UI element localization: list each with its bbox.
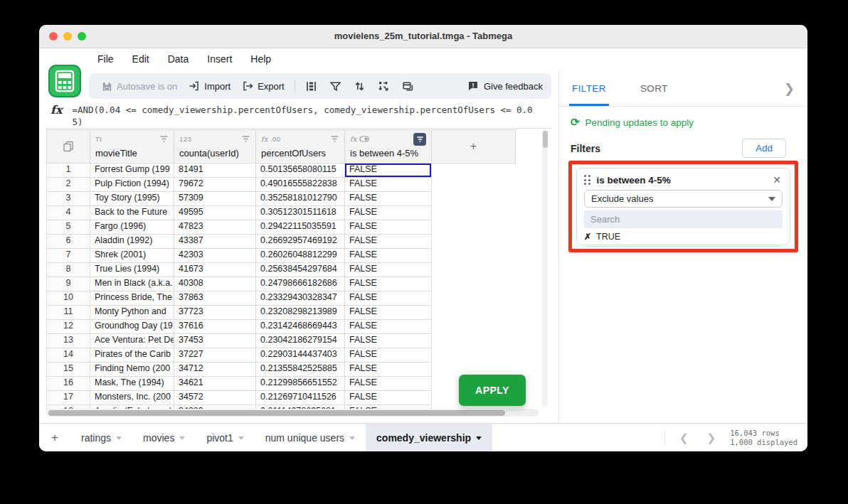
cell-flag[interactable]: FALSE: [345, 363, 432, 377]
cell-percent[interactable]: 0.26026048812299: [256, 249, 345, 263]
row-number[interactable]: 15: [46, 363, 90, 377]
cell-count[interactable]: 47823: [174, 220, 256, 235]
cell-count[interactable]: 81491: [174, 163, 256, 178]
column-filter-icon[interactable]: [241, 135, 250, 143]
prev-page-chevron-icon[interactable]: ❮: [675, 431, 693, 444]
add-filter-button[interactable]: Add: [742, 139, 786, 158]
cell-movieTitle[interactable]: Pulp Fiction (1994): [90, 178, 174, 192]
cell-percent[interactable]: 0.26692957469192: [256, 235, 345, 249]
import-button[interactable]: Import: [184, 77, 235, 95]
cell-count[interactable]: 34572: [174, 391, 256, 405]
row-number[interactable]: 4: [46, 206, 90, 220]
cell-count[interactable]: 34621: [174, 377, 256, 391]
cell-percent[interactable]: 0.29422115035591: [256, 220, 345, 235]
row-number[interactable]: 7: [46, 249, 90, 263]
cell-count[interactable]: 37616: [174, 320, 256, 334]
row-number[interactable]: 11: [46, 306, 90, 320]
sheet-tab-movies[interactable]: movies: [132, 424, 196, 451]
column-header-movieTitle[interactable]: Tt movieTitle: [90, 129, 174, 163]
cell-movieTitle[interactable]: Princess Bride, The: [90, 291, 174, 306]
column-filter-icon[interactable]: [159, 135, 169, 143]
cell-movieTitle[interactable]: Forrest Gump (199: [90, 163, 174, 178]
filter-mode-select[interactable]: Exclude values: [584, 190, 783, 208]
horizontal-scrollbar[interactable]: [46, 409, 539, 417]
cell-count[interactable]: 42303: [174, 249, 256, 263]
cell-flag[interactable]: FALSE: [345, 348, 432, 363]
cell-flag[interactable]: FALSE: [345, 192, 432, 206]
cell-movieTitle[interactable]: Fargo (1996): [90, 220, 174, 235]
cell-flag[interactable]: FALSE: [345, 178, 432, 192]
cell-movieTitle[interactable]: Mask, The (1994): [90, 377, 174, 391]
cell-movieTitle[interactable]: Aladdin (1992): [90, 235, 174, 249]
cell-percent[interactable]: 0.49016555822838: [256, 178, 345, 192]
chevron-down-icon[interactable]: [238, 436, 244, 440]
sheet-tab-num-unique-users[interactable]: num unique users: [255, 424, 366, 451]
pivot-tool-button[interactable]: [373, 77, 395, 95]
sheet-tab-pivot1[interactable]: pivot1: [196, 424, 254, 451]
row-number[interactable]: 2: [46, 178, 90, 192]
active-filter-badge-icon[interactable]: [413, 133, 426, 146]
cell-flag[interactable]: FALSE: [345, 249, 432, 263]
cell-percent[interactable]: 0.21355842525885: [256, 363, 345, 377]
cell-count[interactable]: 79672: [174, 178, 256, 192]
cell-percent[interactable]: 0.23142468669443: [256, 320, 345, 334]
cell-count[interactable]: 37453: [174, 334, 256, 348]
menu-file[interactable]: File: [97, 53, 114, 65]
column-header-counta[interactable]: 123 counta(userId): [174, 129, 256, 163]
cell-flag[interactable]: FALSE: [345, 306, 432, 320]
row-number[interactable]: 16: [46, 377, 90, 391]
export-button[interactable]: Export: [238, 77, 289, 95]
tab-sort[interactable]: SORT: [640, 71, 668, 106]
sort-tool-button[interactable]: [349, 77, 371, 95]
cell-count[interactable]: 37723: [174, 306, 256, 320]
cell-movieTitle[interactable]: Groundhog Day (19: [90, 320, 174, 334]
cell-flag[interactable]: FALSE: [345, 263, 432, 277]
menu-data[interactable]: Data: [168, 53, 189, 65]
cell-count[interactable]: 57309: [174, 192, 256, 206]
cell-percent[interactable]: 0.25638454297684: [256, 263, 345, 277]
column-header-isbetween[interactable]: fx is between 4-5%: [345, 129, 432, 163]
filter-search-input[interactable]: Search: [584, 210, 783, 228]
filter-tool-button[interactable]: [325, 77, 346, 95]
cell-flag[interactable]: FALSE: [345, 377, 432, 391]
cell-percent[interactable]: 0.23329430328347: [256, 291, 345, 306]
cell-movieTitle[interactable]: Finding Nemo (200: [90, 363, 174, 377]
cell-count[interactable]: 37227: [174, 348, 256, 363]
horizontal-scrollbar-thumb[interactable]: [48, 410, 505, 416]
cell-percent[interactable]: 0.21299856651552: [256, 377, 345, 391]
menu-edit[interactable]: Edit: [132, 53, 149, 65]
tab-filter[interactable]: FILTER: [572, 71, 606, 106]
cell-percent[interactable]: 0.21269710411526: [256, 391, 345, 405]
formula-bar[interactable]: fx =AND(0.04 <= comedy_viewership.percen…: [46, 102, 553, 129]
vertical-scrollbar[interactable]: [542, 129, 548, 407]
row-number[interactable]: 13: [46, 334, 90, 348]
excluded-x-icon[interactable]: ✗: [584, 232, 591, 242]
cell-movieTitle[interactable]: True Lies (1994): [90, 263, 174, 277]
cell-movieTitle[interactable]: Monsters, Inc. (200: [90, 391, 174, 405]
cell-flag[interactable]: FALSE: [345, 320, 432, 334]
join-tool-button[interactable]: [398, 77, 419, 95]
formula-input[interactable]: =AND(0.04 <= comedy_viewership.percentOf…: [72, 102, 534, 128]
cell-movieTitle[interactable]: Back to the Future: [90, 206, 174, 220]
drag-handle-icon[interactable]: [584, 175, 590, 185]
cell-flag[interactable]: FALSE: [345, 277, 432, 291]
column-filter-icon[interactable]: [330, 135, 339, 143]
chevron-down-icon[interactable]: [116, 436, 122, 440]
cell-movieTitle[interactable]: Men in Black (a.k.a.: [90, 277, 174, 291]
cell-movieTitle[interactable]: Toy Story (1995): [90, 192, 174, 206]
chevron-down-icon[interactable]: [349, 436, 355, 440]
cell-flag[interactable]: FALSE: [345, 220, 432, 235]
row-number[interactable]: 6: [46, 235, 90, 249]
cell-flag[interactable]: FALSE: [345, 291, 432, 306]
cell-percent[interactable]: 0.24798666182686: [256, 277, 345, 291]
menu-insert[interactable]: Insert: [207, 53, 232, 65]
filter-value-item[interactable]: ✗TRUE: [584, 232, 783, 242]
cell-count[interactable]: 49595: [174, 206, 256, 220]
menu-help[interactable]: Help: [250, 53, 271, 65]
chevron-down-icon[interactable]: [476, 436, 482, 440]
cell-movieTitle[interactable]: Monty Python and: [90, 306, 174, 320]
give-feedback-button[interactable]: Give feedback: [467, 80, 543, 92]
apply-button[interactable]: APPLY: [459, 375, 526, 406]
column-stats-button[interactable]: [301, 77, 322, 95]
cell-count[interactable]: 43387: [174, 235, 256, 249]
